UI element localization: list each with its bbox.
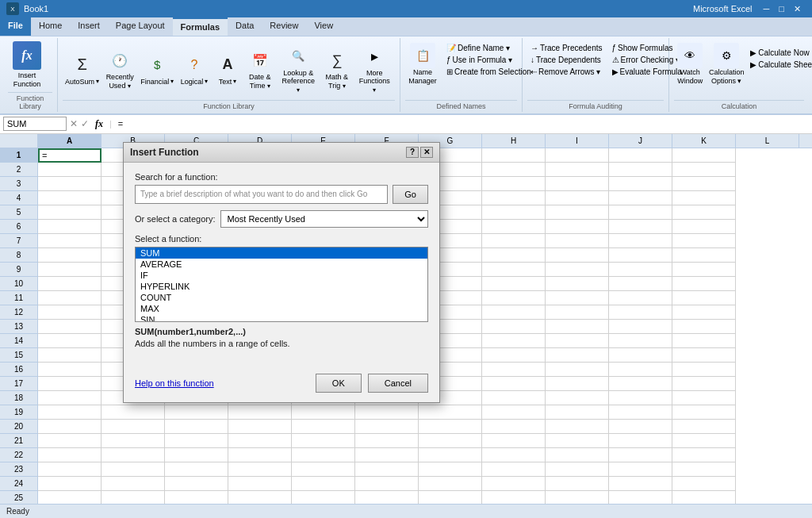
formula-bar-confirm[interactable]: ✓ — [81, 118, 89, 129]
cell-H25[interactable] — [482, 491, 546, 505]
row-header-4[interactable]: 4 — [0, 191, 38, 205]
tab-view[interactable]: View — [306, 17, 341, 36]
create-from-selection-button[interactable]: ⊞ Create from Selection — [443, 67, 534, 77]
cell-H19[interactable] — [482, 405, 546, 420]
cell-J18[interactable] — [609, 391, 672, 405]
cell-A15[interactable] — [38, 348, 102, 363]
cell-K5[interactable] — [672, 205, 736, 220]
cell-J5[interactable] — [609, 205, 672, 220]
cell-I24[interactable] — [546, 477, 609, 491]
cell-C23[interactable] — [165, 462, 228, 477]
row-header-21[interactable]: 21 — [0, 434, 38, 448]
cell-E19[interactable] — [292, 405, 355, 420]
cell-H18[interactable] — [482, 391, 546, 405]
cell-K9[interactable] — [672, 263, 736, 277]
cell-H8[interactable] — [482, 248, 546, 263]
cell-B21[interactable] — [102, 434, 165, 448]
window-maximize[interactable]: □ — [774, 4, 789, 13]
window-close[interactable]: ✕ — [789, 4, 806, 14]
cell-J2[interactable] — [609, 163, 672, 177]
autosum-button[interactable]: Σ AutoSum ▾ — [63, 51, 102, 87]
row-header-1[interactable]: 1 — [0, 148, 38, 163]
cell-F20[interactable] — [355, 420, 419, 434]
tab-page-layout[interactable]: Page Layout — [108, 17, 173, 36]
function-item-MAX[interactable]: MAX — [136, 303, 427, 314]
cell-I23[interactable] — [546, 462, 609, 477]
cell-A2[interactable] — [38, 163, 102, 177]
recently-used-button[interactable]: 🕐 RecentlyUsed ▾ — [103, 46, 136, 92]
cell-J1[interactable] — [609, 148, 672, 163]
cell-H6[interactable] — [482, 220, 546, 234]
define-name-button[interactable]: 📝 Define Name ▾ — [443, 43, 534, 53]
cell-H9[interactable] — [482, 263, 546, 277]
tab-formulas[interactable]: Formulas — [173, 17, 228, 36]
cell-F25[interactable] — [355, 491, 419, 505]
col-header-J[interactable]: J — [609, 134, 672, 148]
logical-button[interactable]: ? Logical ▾ — [178, 51, 210, 87]
cell-K3[interactable] — [672, 177, 736, 191]
cell-J14[interactable] — [609, 334, 672, 348]
cell-J7[interactable] — [609, 234, 672, 248]
cell-J20[interactable] — [609, 420, 672, 434]
cell-A13[interactable] — [38, 320, 102, 334]
cell-H1[interactable] — [482, 148, 546, 163]
cell-B24[interactable] — [102, 477, 165, 491]
cell-E25[interactable] — [292, 491, 355, 505]
cell-J10[interactable] — [609, 277, 672, 291]
cell-D23[interactable] — [228, 462, 292, 477]
cell-K7[interactable] — [672, 234, 736, 248]
use-in-formula-button[interactable]: ƒ Use in Formula ▾ — [443, 55, 534, 65]
function-item-COUNT[interactable]: COUNT — [136, 292, 427, 303]
cell-A18[interactable] — [38, 391, 102, 405]
cell-A11[interactable] — [38, 291, 102, 305]
cell-C25[interactable] — [165, 491, 228, 505]
cell-D20[interactable] — [228, 420, 292, 434]
cell-I9[interactable] — [546, 263, 609, 277]
cell-I22[interactable] — [546, 448, 609, 462]
row-header-9[interactable]: 9 — [0, 263, 38, 277]
cell-C20[interactable] — [165, 420, 228, 434]
calculate-sheet-button[interactable]: ▶ Calculate Sheet — [747, 59, 812, 70]
row-header-23[interactable]: 23 — [0, 462, 38, 477]
cell-B22[interactable] — [102, 448, 165, 462]
cell-K22[interactable] — [672, 448, 736, 462]
cell-I14[interactable] — [546, 334, 609, 348]
cell-A19[interactable] — [38, 405, 102, 420]
cell-K20[interactable] — [672, 420, 736, 434]
cell-A3[interactable] — [38, 177, 102, 191]
cell-K15[interactable] — [672, 348, 736, 363]
row-header-14[interactable]: 14 — [0, 334, 38, 348]
cell-H16[interactable] — [482, 363, 546, 377]
cell-H23[interactable] — [482, 462, 546, 477]
cancel-button[interactable]: Cancel — [368, 374, 428, 393]
cell-B20[interactable] — [102, 420, 165, 434]
cell-F23[interactable] — [355, 462, 419, 477]
function-item-SIN[interactable]: SIN — [136, 314, 427, 322]
insert-function-button[interactable]: fx InsertFunction — [8, 40, 46, 90]
cell-K8[interactable] — [672, 248, 736, 263]
cell-J11[interactable] — [609, 291, 672, 305]
col-header-A[interactable]: A — [38, 134, 102, 148]
tab-review[interactable]: Review — [262, 17, 306, 36]
cell-I6[interactable] — [546, 220, 609, 234]
cell-H17[interactable] — [482, 377, 546, 391]
cell-H11[interactable] — [482, 291, 546, 305]
cell-I3[interactable] — [546, 177, 609, 191]
cell-K18[interactable] — [672, 391, 736, 405]
cell-H3[interactable] — [482, 177, 546, 191]
cell-H14[interactable] — [482, 334, 546, 348]
cell-A5[interactable] — [38, 205, 102, 220]
cell-F19[interactable] — [355, 405, 419, 420]
row-header-13[interactable]: 13 — [0, 320, 38, 334]
row-header-6[interactable]: 6 — [0, 220, 38, 234]
date-time-button[interactable]: 📅 Date &Time ▾ — [244, 46, 275, 92]
cell-D19[interactable] — [228, 405, 292, 420]
cell-B19[interactable] — [102, 405, 165, 420]
cell-I5[interactable] — [546, 205, 609, 220]
cell-H12[interactable] — [482, 305, 546, 320]
cell-H24[interactable] — [482, 477, 546, 491]
cell-I17[interactable] — [546, 377, 609, 391]
cell-K23[interactable] — [672, 462, 736, 477]
cell-I10[interactable] — [546, 277, 609, 291]
cell-F24[interactable] — [355, 477, 419, 491]
